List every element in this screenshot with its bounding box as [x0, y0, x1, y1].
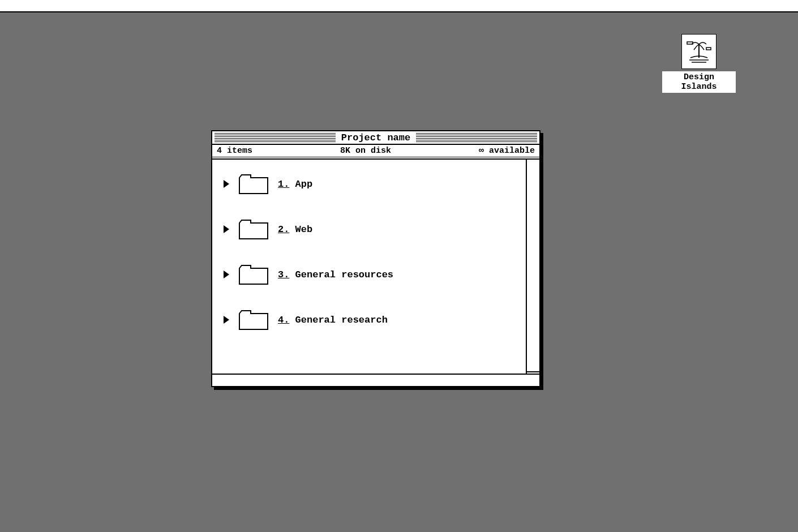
folder-icon	[238, 218, 269, 240]
svg-rect-1	[706, 48, 711, 50]
disk-label: Design Islands	[662, 71, 736, 93]
window-statusbar: 4 items 8K on disk ∞ available	[212, 145, 539, 157]
disclosure-triangle-icon[interactable]	[224, 316, 229, 324]
window-title: Project name	[336, 132, 416, 143]
folder-icon	[238, 309, 269, 331]
folder-row[interactable]: 1. App	[224, 173, 514, 195]
menubar[interactable]	[0, 0, 798, 12]
folder-row[interactable]: 3. General resources	[224, 264, 514, 285]
folder-label: 4. General research	[278, 315, 388, 325]
file-list: 1. App 2. Web 3. General resources	[212, 160, 527, 385]
status-items: 4 items	[217, 146, 252, 156]
window-content: 1. App 2. Web 3. General resources	[212, 160, 539, 385]
vertical-scrollbar[interactable]	[527, 160, 539, 385]
folder-label: 3. General resources	[278, 269, 393, 280]
folder-icon	[238, 264, 269, 285]
folder-row[interactable]: 2. Web	[224, 218, 514, 240]
desktop[interactable]: Design Islands Project name 4 items 8K o…	[0, 12, 798, 532]
finder-window: Project name 4 items 8K on disk ∞ availa…	[211, 130, 540, 387]
status-available: ∞ available	[479, 146, 535, 156]
folder-row[interactable]: 4. General research	[224, 309, 514, 331]
folder-label: 1. App	[278, 179, 312, 190]
horizontal-scrollbar[interactable]	[212, 374, 539, 386]
island-icon	[681, 34, 717, 69]
disk-icon[interactable]: Design Islands	[662, 34, 736, 93]
status-disk: 8K on disk	[340, 146, 391, 156]
disclosure-triangle-icon[interactable]	[224, 180, 229, 188]
window-titlebar[interactable]: Project name	[212, 131, 539, 145]
disclosure-triangle-icon[interactable]	[224, 225, 229, 233]
folder-icon	[238, 173, 269, 195]
disclosure-triangle-icon[interactable]	[224, 271, 229, 278]
folder-label: 2. Web	[278, 224, 312, 235]
